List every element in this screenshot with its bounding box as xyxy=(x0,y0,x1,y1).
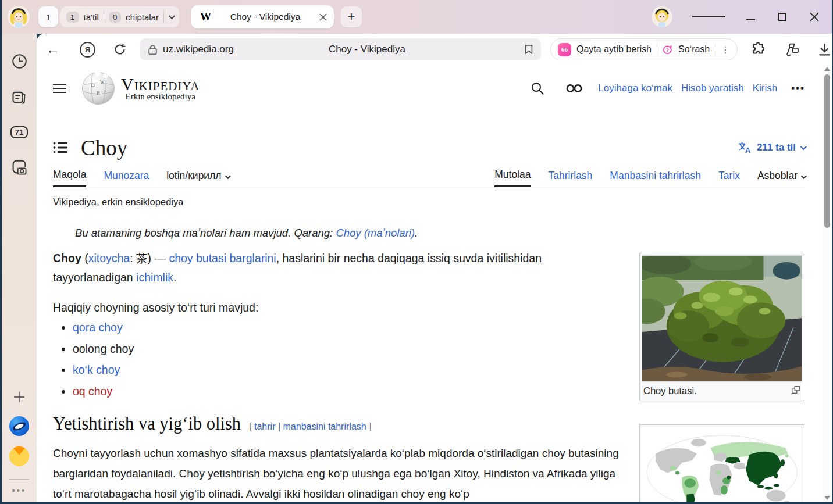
address-toolbar: ← Я uz.wikipedia.org Choy - Vikipediya 6… xyxy=(37,34,832,65)
tab-edit[interactable]: Tahrirlash xyxy=(548,170,592,187)
history-clock-icon[interactable] xyxy=(12,53,27,69)
wiki-header: Ω W И 7 Vikipediya Erkin ensiklopediya xyxy=(53,69,805,108)
tab-article[interactable]: Maqola xyxy=(53,169,86,187)
translate-icon: A xyxy=(738,141,752,154)
list-item-green-tea[interactable]: koʻk choy xyxy=(73,363,134,377)
url-page-title: Choy - Vikipediya xyxy=(234,44,524,55)
tab-history[interactable]: Tarix xyxy=(718,170,740,187)
feed-pages-icon[interactable] xyxy=(11,89,27,105)
counter-badge[interactable]: 71 xyxy=(10,126,27,138)
scroll-down-arrow[interactable] xyxy=(824,496,830,500)
active-tab[interactable]: W Choy - Vikipediya xyxy=(191,5,334,28)
wiki-link-donate[interactable]: Loyihaga koʻmak xyxy=(598,83,672,94)
list-item-black-tea[interactable]: qora choy xyxy=(73,321,134,334)
thumbnail-tea-bush[interactable]: Choy butasi. xyxy=(639,253,804,401)
bookmark-icon[interactable] xyxy=(524,44,534,55)
screenshot-camera-icon[interactable] xyxy=(10,158,28,176)
lead-paragraph: Choy (xitoycha: 茶) — choy butasi barglar… xyxy=(53,249,614,287)
wiki-link-create-account[interactable]: Hisob yaratish xyxy=(681,83,744,94)
edit-section-links[interactable]: [ tahrir | manbasini tahrirlash ] xyxy=(249,421,371,432)
sidebar-divider xyxy=(9,479,29,480)
wiki-logo[interactable]: Ω W И 7 Vikipediya Erkin ensiklopediya xyxy=(81,72,200,105)
wiki-link-login[interactable]: Kirish xyxy=(753,83,778,94)
browser-menu-icon[interactable] xyxy=(692,15,725,19)
toc-list-icon[interactable] xyxy=(53,141,68,154)
wiki-menu-icon[interactable] xyxy=(53,81,66,96)
maximize-button[interactable] xyxy=(778,13,786,21)
tab-strip: 1 1 ta'til 0 chiptalar W Choy - Vikipedi… xyxy=(2,0,832,34)
retell-icon: 66 xyxy=(558,43,571,56)
badge-number: 71 xyxy=(15,128,23,137)
ai-capsule: 66 Qayta aytib berish ? Soʻrash ⋮ xyxy=(550,38,738,60)
wikipedia-favicon: W xyxy=(200,10,211,23)
new-tab-button[interactable]: + xyxy=(341,6,362,27)
close-tab-icon[interactable] xyxy=(319,13,327,21)
back-button[interactable]: ← xyxy=(46,41,60,58)
tab-talk[interactable]: Munozara xyxy=(104,170,149,187)
capsule-menu-icon[interactable]: ⋮ xyxy=(721,44,730,55)
retell-button[interactable]: Qayta aytib berish xyxy=(576,44,652,55)
scroll-up-arrow[interactable] xyxy=(824,67,830,71)
wiki-header-more-icon[interactable]: ••• xyxy=(791,83,805,94)
tab-title: Choy - Vikipediya xyxy=(211,12,319,22)
password-tag-icon[interactable] xyxy=(784,42,800,57)
wiki-logo-title: Vikipediya xyxy=(121,76,200,93)
tab-tools[interactable]: Asboblar xyxy=(757,170,805,187)
divider xyxy=(657,44,657,55)
tab-group-count: 1 xyxy=(46,12,51,22)
language-selector[interactable]: A 211 ta til xyxy=(738,141,805,154)
list-item-white-tea[interactable]: oq choy xyxy=(73,385,134,398)
ask-ai-icon: ? xyxy=(663,42,673,56)
language-count: 211 ta til xyxy=(757,142,796,153)
tab-read[interactable]: Mutolaa xyxy=(494,169,531,187)
girl-avatar-icon xyxy=(652,6,672,27)
browser-main: ← Я uz.wikipedia.org Choy - Vikipediya 6… xyxy=(37,34,832,502)
article-tabs: Maqola Munozara lotin/кирилл Mutolaa Tah… xyxy=(53,167,805,187)
chevron-down-icon[interactable] xyxy=(169,13,175,19)
yandex-browser-icon[interactable] xyxy=(9,416,29,436)
divider xyxy=(104,11,104,23)
tab-edit-source[interactable]: Manbasini tahrirlash xyxy=(610,170,701,187)
ask-ai-button[interactable]: Soʻrash xyxy=(678,44,710,55)
address-bar[interactable]: uz.wikipedia.org Choy - Vikipediya xyxy=(140,38,541,60)
appearance-glasses-icon[interactable] xyxy=(565,83,583,94)
yandex-button[interactable]: Я xyxy=(80,42,95,58)
enlarge-icon[interactable] xyxy=(791,385,800,395)
downloads-icon[interactable] xyxy=(817,42,832,57)
scrollbar-thumb[interactable] xyxy=(824,74,830,228)
group-tickets-label[interactable]: chiptalar xyxy=(126,12,159,22)
cultivation-paragraph: Choyni tayyorlash uchun xomashyo sifatid… xyxy=(53,443,632,502)
url-host[interactable]: uz.wikipedia.org xyxy=(163,44,234,55)
tab-group-indicator[interactable]: 1 xyxy=(38,6,58,27)
group-vacation-label[interactable]: ta'til xyxy=(84,12,99,22)
search-icon[interactable] xyxy=(531,81,544,95)
article-title-row: Choy A 211 ta til xyxy=(53,133,805,163)
plus-icon: + xyxy=(348,9,355,24)
section-heading-row: Yetishtirish va yigʻib olish [ tahrir | … xyxy=(53,414,372,434)
page-scrollbar[interactable] xyxy=(823,65,832,502)
thumbnail-tea-map[interactable] xyxy=(639,424,804,502)
wiki-wordmark: Vikipediya Erkin ensiklopediya xyxy=(121,76,200,102)
sidebar-more-icon[interactable]: ••• xyxy=(12,485,27,495)
svg-text:W: W xyxy=(100,80,105,85)
browser-sidebar: 71 ••• xyxy=(2,34,37,502)
list-item-oolong-tea: oolong choy xyxy=(73,342,134,356)
svg-text:И: И xyxy=(97,91,100,96)
tea-types-list: qora choy oolong choy koʻk choy oq choy xyxy=(53,321,134,406)
reload-icon[interactable] xyxy=(113,42,127,56)
minimize-button[interactable] xyxy=(746,14,755,20)
close-window-button[interactable] xyxy=(810,12,819,22)
yandex-mail-icon[interactable] xyxy=(9,446,29,466)
svg-text:A: A xyxy=(745,146,751,154)
svg-text:Ω: Ω xyxy=(91,83,94,88)
profile-avatar[interactable] xyxy=(8,6,30,28)
extensions-puzzle-icon[interactable] xyxy=(750,42,766,57)
types-intro: Haqiqiy choyning asosiy toʻrt turi mavju… xyxy=(53,301,258,314)
account-avatar[interactable] xyxy=(652,6,672,27)
sidebar-add-icon[interactable] xyxy=(13,391,26,403)
tab-script-switch[interactable]: lotin/кирилл xyxy=(166,170,229,187)
group-vacation-count: 1 xyxy=(66,12,79,23)
wiki-logo-subtitle: Erkin ensiklopediya xyxy=(121,92,200,102)
tea-bush-image xyxy=(642,255,802,382)
tab-groups[interactable]: 1 ta'til 0 chiptalar xyxy=(60,6,179,27)
